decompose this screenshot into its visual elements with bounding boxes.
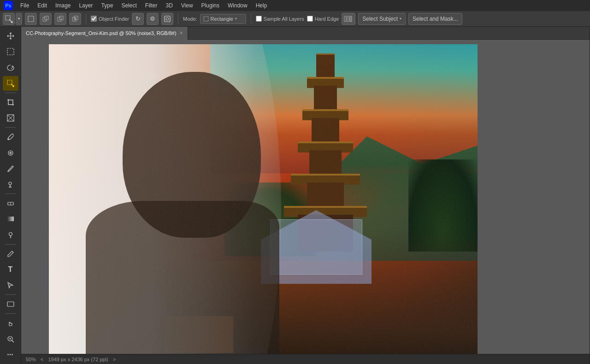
svg-rect-31 <box>7 302 14 306</box>
marquee-icon <box>6 47 15 56</box>
hard-edge-text: Hard Edge <box>315 16 339 22</box>
toolbar-sep-1 <box>5 93 16 93</box>
canvas-container[interactable] <box>21 40 590 354</box>
tool-hand[interactable] <box>3 316 18 330</box>
hard-edge-checkbox[interactable] <box>307 16 313 22</box>
settings-btn[interactable]: ⚙ <box>147 13 159 25</box>
subtract-selection-btn[interactable] <box>54 13 66 25</box>
mode-dropdown[interactable]: Rectangle ▾ <box>200 14 246 24</box>
tool-heal[interactable] <box>3 145 18 160</box>
menu-3d[interactable]: 3D <box>162 1 176 10</box>
tool-gradient[interactable] <box>3 211 18 226</box>
tool-frame[interactable] <box>3 111 18 125</box>
select-and-mask-label: Select and Mask... <box>413 16 458 22</box>
tool-rect-shape[interactable] <box>3 297 18 311</box>
status-nav-right[interactable]: > <box>113 357 116 362</box>
tool-stamp[interactable] <box>3 177 18 192</box>
artwork[interactable] <box>49 44 478 354</box>
svg-rect-14 <box>347 16 349 22</box>
svg-rect-13 <box>344 16 346 22</box>
gradient-icon <box>6 215 15 223</box>
svg-rect-15 <box>350 16 352 22</box>
art-grain-overlay <box>49 44 478 354</box>
menu-view[interactable]: View <box>177 1 197 10</box>
status-nav-left[interactable]: < <box>41 357 43 362</box>
object-selection-tool-icon[interactable] <box>3 13 15 25</box>
tool-eyedropper[interactable] <box>3 129 18 144</box>
zoom-icon <box>6 335 15 343</box>
tool-path-select[interactable] <box>3 278 18 293</box>
menu-plugins[interactable]: Plugins <box>198 1 223 10</box>
hard-edge-label[interactable]: Hard Edge <box>307 16 339 22</box>
mask-btn[interactable] <box>161 13 173 25</box>
tool-more[interactable]: ••• <box>3 347 18 362</box>
pen-icon <box>6 250 15 258</box>
object-select-tool-icon <box>6 79 15 88</box>
menu-layer[interactable]: Layer <box>75 1 96 10</box>
select-and-mask-button[interactable]: Select and Mask... <box>408 13 462 25</box>
tool-dodge[interactable] <box>3 227 18 242</box>
menu-type[interactable]: Type <box>97 1 117 10</box>
menu-edit[interactable]: Edit <box>34 1 51 10</box>
tool-lasso[interactable] <box>3 60 18 75</box>
object-select-svg <box>5 15 13 23</box>
tool-eraser[interactable] <box>3 196 18 211</box>
object-finder-checkbox[interactable] <box>91 16 97 22</box>
expand-collapse-btn[interactable] <box>342 13 355 25</box>
toolbar-sep-6 <box>5 313 16 314</box>
mask-svg <box>164 15 171 23</box>
separator-2 <box>178 14 178 24</box>
eyedropper-icon <box>6 133 15 141</box>
canvas-wrapper <box>49 44 478 354</box>
tool-selector-group: ▾ <box>3 13 22 25</box>
tool-zoom[interactable] <box>3 332 18 346</box>
menu-filter[interactable]: Filter <box>142 1 161 10</box>
tool-brush[interactable] <box>3 161 18 176</box>
canvas-area: CC-Photography-Segment_Omi-Kim.psd @ 50%… <box>21 27 590 364</box>
path-select-icon <box>6 281 15 289</box>
intersect-selection-btn[interactable] <box>69 13 81 25</box>
columns-svg <box>344 15 353 23</box>
menu-image[interactable]: Image <box>52 1 74 10</box>
menu-window[interactable]: Window <box>224 1 251 10</box>
svg-rect-10 <box>165 16 170 22</box>
crop-icon <box>6 98 15 106</box>
zoom-level: 50% <box>26 357 36 362</box>
text-tool-icon: T <box>8 265 13 274</box>
svg-rect-29 <box>7 217 14 221</box>
tool-dropdown-arrow[interactable]: ▾ <box>16 13 22 25</box>
stamp-icon <box>6 180 15 188</box>
sample-layers-text: Sample All Layers <box>264 16 304 22</box>
tool-text[interactable]: T <box>3 262 18 277</box>
menu-help[interactable]: Help <box>252 1 271 10</box>
lasso-icon <box>6 64 15 72</box>
new-selection-btn[interactable] <box>25 13 37 25</box>
sample-all-layers-label[interactable]: Sample All Layers <box>256 16 304 22</box>
select-subject-label: Select Subject <box>362 16 398 22</box>
tab-close-btn[interactable]: ✕ <box>179 30 183 35</box>
select-subject-button[interactable]: Select Subject ▾ <box>358 13 406 25</box>
document-tab[interactable]: CC-Photography-Segment_Omi-Kim.psd @ 50%… <box>21 27 188 40</box>
brush-icon <box>6 164 15 173</box>
svg-point-26 <box>9 182 12 185</box>
eraser-icon <box>6 199 15 207</box>
sample-all-layers-checkbox[interactable] <box>256 16 262 22</box>
tool-crop[interactable] <box>3 95 18 110</box>
int-sel-svg <box>72 16 78 22</box>
menu-select[interactable]: Select <box>118 1 140 10</box>
toolbar-sep-5 <box>5 294 16 295</box>
add-selection-btn[interactable] <box>40 13 52 25</box>
object-finder-label: Object Finder <box>99 16 129 22</box>
tool-move[interactable] <box>3 29 18 43</box>
object-finder-checkbox-label[interactable]: Object Finder <box>91 16 129 22</box>
tool-object-select[interactable] <box>3 76 18 91</box>
toolbar-sep-2 <box>5 127 16 128</box>
refresh-btn[interactable]: ↻ <box>132 13 144 25</box>
sub-sel-svg <box>57 16 64 22</box>
move-icon <box>6 32 15 40</box>
tool-marquee[interactable] <box>3 44 18 59</box>
svg-rect-9 <box>74 18 76 20</box>
svg-rect-12 <box>204 17 208 21</box>
menu-file[interactable]: File <box>17 1 33 10</box>
tool-pen[interactable] <box>3 247 18 261</box>
